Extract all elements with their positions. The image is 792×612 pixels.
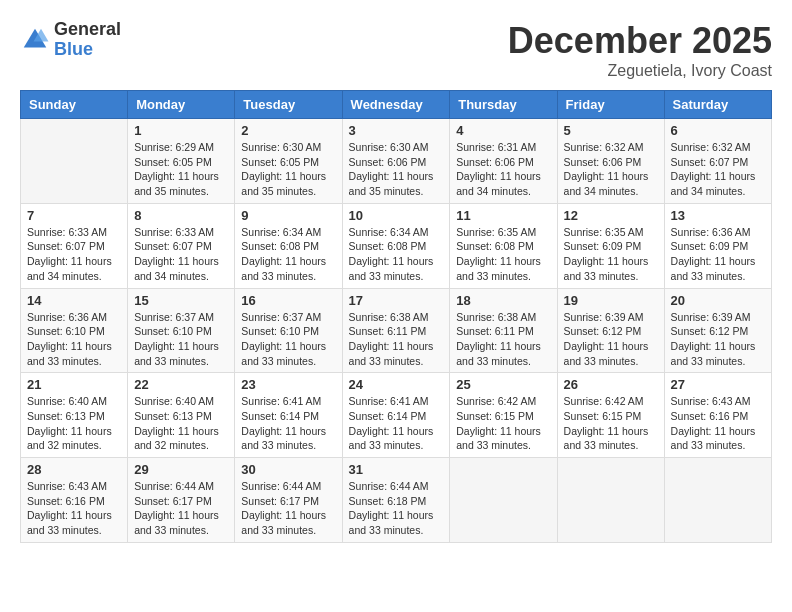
day-number: 9 (241, 208, 335, 223)
day-info: Sunrise: 6:37 AM Sunset: 6:10 PM Dayligh… (241, 310, 335, 369)
day-number: 22 (134, 377, 228, 392)
calendar-cell: 6Sunrise: 6:32 AM Sunset: 6:07 PM Daylig… (664, 119, 771, 204)
day-info: Sunrise: 6:40 AM Sunset: 6:13 PM Dayligh… (27, 394, 121, 453)
logo-blue: Blue (54, 40, 121, 60)
day-info: Sunrise: 6:44 AM Sunset: 6:17 PM Dayligh… (241, 479, 335, 538)
calendar-cell: 15Sunrise: 6:37 AM Sunset: 6:10 PM Dayli… (128, 288, 235, 373)
calendar-cell: 22Sunrise: 6:40 AM Sunset: 6:13 PM Dayli… (128, 373, 235, 458)
calendar-cell: 11Sunrise: 6:35 AM Sunset: 6:08 PM Dayli… (450, 203, 557, 288)
calendar-cell: 7Sunrise: 6:33 AM Sunset: 6:07 PM Daylig… (21, 203, 128, 288)
logo-icon (20, 25, 50, 55)
col-header-monday: Monday (128, 91, 235, 119)
calendar-cell: 30Sunrise: 6:44 AM Sunset: 6:17 PM Dayli… (235, 458, 342, 543)
calendar-week-2: 7Sunrise: 6:33 AM Sunset: 6:07 PM Daylig… (21, 203, 772, 288)
calendar-cell: 19Sunrise: 6:39 AM Sunset: 6:12 PM Dayli… (557, 288, 664, 373)
day-info: Sunrise: 6:39 AM Sunset: 6:12 PM Dayligh… (564, 310, 658, 369)
col-header-wednesday: Wednesday (342, 91, 450, 119)
day-number: 11 (456, 208, 550, 223)
day-number: 16 (241, 293, 335, 308)
calendar-cell: 10Sunrise: 6:34 AM Sunset: 6:08 PM Dayli… (342, 203, 450, 288)
day-info: Sunrise: 6:35 AM Sunset: 6:09 PM Dayligh… (564, 225, 658, 284)
day-number: 31 (349, 462, 444, 477)
calendar-table: SundayMondayTuesdayWednesdayThursdayFrid… (20, 90, 772, 543)
day-number: 17 (349, 293, 444, 308)
day-number: 2 (241, 123, 335, 138)
day-info: Sunrise: 6:31 AM Sunset: 6:06 PM Dayligh… (456, 140, 550, 199)
day-number: 24 (349, 377, 444, 392)
calendar-week-4: 21Sunrise: 6:40 AM Sunset: 6:13 PM Dayli… (21, 373, 772, 458)
calendar-cell (664, 458, 771, 543)
day-info: Sunrise: 6:34 AM Sunset: 6:08 PM Dayligh… (349, 225, 444, 284)
day-number: 25 (456, 377, 550, 392)
location: Zeguetiela, Ivory Coast (508, 62, 772, 80)
day-number: 5 (564, 123, 658, 138)
day-info: Sunrise: 6:34 AM Sunset: 6:08 PM Dayligh… (241, 225, 335, 284)
day-info: Sunrise: 6:41 AM Sunset: 6:14 PM Dayligh… (241, 394, 335, 453)
calendar-cell: 8Sunrise: 6:33 AM Sunset: 6:07 PM Daylig… (128, 203, 235, 288)
day-info: Sunrise: 6:30 AM Sunset: 6:06 PM Dayligh… (349, 140, 444, 199)
day-info: Sunrise: 6:36 AM Sunset: 6:09 PM Dayligh… (671, 225, 765, 284)
day-info: Sunrise: 6:33 AM Sunset: 6:07 PM Dayligh… (27, 225, 121, 284)
day-info: Sunrise: 6:39 AM Sunset: 6:12 PM Dayligh… (671, 310, 765, 369)
day-number: 28 (27, 462, 121, 477)
calendar-cell: 12Sunrise: 6:35 AM Sunset: 6:09 PM Dayli… (557, 203, 664, 288)
calendar-cell: 4Sunrise: 6:31 AM Sunset: 6:06 PM Daylig… (450, 119, 557, 204)
day-info: Sunrise: 6:42 AM Sunset: 6:15 PM Dayligh… (564, 394, 658, 453)
calendar-cell: 24Sunrise: 6:41 AM Sunset: 6:14 PM Dayli… (342, 373, 450, 458)
day-number: 19 (564, 293, 658, 308)
day-info: Sunrise: 6:40 AM Sunset: 6:13 PM Dayligh… (134, 394, 228, 453)
day-number: 13 (671, 208, 765, 223)
day-info: Sunrise: 6:37 AM Sunset: 6:10 PM Dayligh… (134, 310, 228, 369)
day-info: Sunrise: 6:44 AM Sunset: 6:18 PM Dayligh… (349, 479, 444, 538)
day-info: Sunrise: 6:44 AM Sunset: 6:17 PM Dayligh… (134, 479, 228, 538)
calendar-cell: 13Sunrise: 6:36 AM Sunset: 6:09 PM Dayli… (664, 203, 771, 288)
day-info: Sunrise: 6:35 AM Sunset: 6:08 PM Dayligh… (456, 225, 550, 284)
page-header: General Blue December 2025 Zeguetiela, I… (20, 20, 772, 80)
calendar-cell (21, 119, 128, 204)
day-number: 8 (134, 208, 228, 223)
calendar-cell: 20Sunrise: 6:39 AM Sunset: 6:12 PM Dayli… (664, 288, 771, 373)
col-header-tuesday: Tuesday (235, 91, 342, 119)
day-number: 6 (671, 123, 765, 138)
calendar-cell: 14Sunrise: 6:36 AM Sunset: 6:10 PM Dayli… (21, 288, 128, 373)
calendar-cell: 2Sunrise: 6:30 AM Sunset: 6:05 PM Daylig… (235, 119, 342, 204)
calendar-cell: 16Sunrise: 6:37 AM Sunset: 6:10 PM Dayli… (235, 288, 342, 373)
logo-text: General Blue (54, 20, 121, 60)
day-number: 20 (671, 293, 765, 308)
calendar-header-row: SundayMondayTuesdayWednesdayThursdayFrid… (21, 91, 772, 119)
day-number: 12 (564, 208, 658, 223)
day-number: 7 (27, 208, 121, 223)
day-info: Sunrise: 6:30 AM Sunset: 6:05 PM Dayligh… (241, 140, 335, 199)
day-number: 15 (134, 293, 228, 308)
calendar-cell: 23Sunrise: 6:41 AM Sunset: 6:14 PM Dayli… (235, 373, 342, 458)
calendar-cell: 17Sunrise: 6:38 AM Sunset: 6:11 PM Dayli… (342, 288, 450, 373)
col-header-sunday: Sunday (21, 91, 128, 119)
calendar-cell: 21Sunrise: 6:40 AM Sunset: 6:13 PM Dayli… (21, 373, 128, 458)
calendar-cell: 28Sunrise: 6:43 AM Sunset: 6:16 PM Dayli… (21, 458, 128, 543)
day-number: 29 (134, 462, 228, 477)
logo-general: General (54, 20, 121, 40)
calendar-cell: 3Sunrise: 6:30 AM Sunset: 6:06 PM Daylig… (342, 119, 450, 204)
calendar-week-3: 14Sunrise: 6:36 AM Sunset: 6:10 PM Dayli… (21, 288, 772, 373)
day-number: 23 (241, 377, 335, 392)
calendar-cell: 27Sunrise: 6:43 AM Sunset: 6:16 PM Dayli… (664, 373, 771, 458)
month-title: December 2025 (508, 20, 772, 62)
day-number: 30 (241, 462, 335, 477)
day-number: 10 (349, 208, 444, 223)
day-number: 18 (456, 293, 550, 308)
day-info: Sunrise: 6:29 AM Sunset: 6:05 PM Dayligh… (134, 140, 228, 199)
day-info: Sunrise: 6:42 AM Sunset: 6:15 PM Dayligh… (456, 394, 550, 453)
calendar-cell: 31Sunrise: 6:44 AM Sunset: 6:18 PM Dayli… (342, 458, 450, 543)
title-block: December 2025 Zeguetiela, Ivory Coast (508, 20, 772, 80)
day-info: Sunrise: 6:36 AM Sunset: 6:10 PM Dayligh… (27, 310, 121, 369)
calendar-cell: 29Sunrise: 6:44 AM Sunset: 6:17 PM Dayli… (128, 458, 235, 543)
day-number: 26 (564, 377, 658, 392)
day-info: Sunrise: 6:38 AM Sunset: 6:11 PM Dayligh… (349, 310, 444, 369)
calendar-cell (450, 458, 557, 543)
day-number: 4 (456, 123, 550, 138)
calendar-cell: 18Sunrise: 6:38 AM Sunset: 6:11 PM Dayli… (450, 288, 557, 373)
day-info: Sunrise: 6:32 AM Sunset: 6:06 PM Dayligh… (564, 140, 658, 199)
day-info: Sunrise: 6:32 AM Sunset: 6:07 PM Dayligh… (671, 140, 765, 199)
day-info: Sunrise: 6:38 AM Sunset: 6:11 PM Dayligh… (456, 310, 550, 369)
calendar-cell: 5Sunrise: 6:32 AM Sunset: 6:06 PM Daylig… (557, 119, 664, 204)
